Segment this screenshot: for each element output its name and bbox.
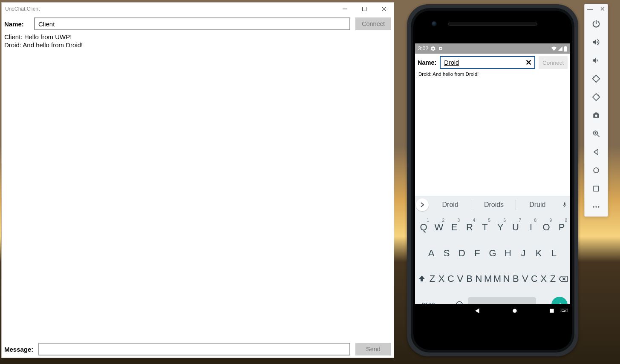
key-q[interactable]: Q1 (416, 218, 431, 237)
suggestion-row: Droid Droids Druid (415, 196, 570, 214)
overview-button[interactable] (585, 180, 608, 198)
home-button[interactable] (585, 161, 608, 180)
key-h[interactable]: H (500, 244, 516, 263)
message-input[interactable] (38, 343, 350, 355)
connect-button[interactable]: Connect (355, 17, 391, 30)
volume-up-button[interactable] (585, 33, 608, 51)
rotate-left-button[interactable] (585, 69, 608, 88)
nav-overview-button[interactable] (549, 308, 555, 315)
minimize-button[interactable] (335, 3, 355, 15)
svg-point-37 (593, 206, 594, 208)
svg-point-30 (595, 115, 597, 117)
more-button[interactable] (585, 198, 608, 216)
debug-icon (438, 46, 443, 51)
key-n[interactable]: N (502, 269, 511, 289)
toolbar-close-button[interactable]: ✕ (600, 7, 605, 11)
volume-down-button[interactable] (585, 51, 608, 69)
key-x[interactable]: X (437, 269, 446, 289)
key-c[interactable]: C (530, 269, 539, 289)
svg-rect-6 (564, 46, 567, 52)
name-input[interactable] (34, 17, 350, 30)
key-row: ASDFGHJKL (416, 244, 569, 263)
shift-key[interactable] (416, 269, 428, 289)
key-b[interactable]: B (511, 269, 521, 289)
key-o[interactable]: O9 (539, 218, 554, 237)
key-g[interactable]: G (485, 244, 500, 263)
suggestion[interactable]: Druid (516, 201, 559, 209)
key-n[interactable]: N (474, 269, 483, 289)
mic-icon[interactable] (559, 201, 570, 209)
key-a[interactable]: A (424, 244, 439, 263)
uwp-window-title: UnoChat.Client (5, 6, 40, 12)
android-screen: 3:02 Name: ✕ Connect Droid: And hello fr… (415, 43, 570, 319)
suggestion[interactable]: Droid (429, 201, 472, 209)
key-w[interactable]: W2 (431, 218, 447, 237)
toolbar-minimize-button[interactable]: — (587, 7, 593, 11)
android-statusbar: 3:02 (415, 43, 570, 54)
maximize-button[interactable] (355, 3, 374, 15)
svg-rect-16 (550, 309, 554, 312)
key-l[interactable]: L (546, 244, 562, 263)
key-t[interactable]: T5 (477, 218, 493, 237)
back-button[interactable] (585, 143, 608, 161)
uwp-message-list: Client: Hello from UWP! Droid: And hello… (2, 32, 394, 341)
toolbar-header: — ✕ (585, 6, 608, 14)
key-d[interactable]: D (454, 244, 470, 263)
power-button[interactable] (585, 14, 608, 33)
svg-point-38 (595, 206, 597, 208)
key-v[interactable]: V (520, 269, 530, 289)
key-s[interactable]: S (439, 244, 454, 263)
key-k[interactable]: K (531, 244, 546, 263)
suggestion[interactable]: Droids (472, 201, 515, 209)
key-u[interactable]: U7 (508, 218, 523, 237)
name-label: Name: (418, 59, 436, 66)
uwp-titlebar[interactable]: UnoChat.Client (2, 3, 394, 15)
send-button[interactable]: Send (355, 343, 391, 355)
rotate-right-button[interactable] (585, 88, 608, 106)
keyboard-toggle-icon[interactable] (560, 308, 568, 315)
key-y[interactable]: Y6 (493, 218, 508, 237)
key-z[interactable]: Z (548, 269, 558, 289)
nav-back-button[interactable] (474, 307, 481, 316)
key-b[interactable]: B (465, 269, 474, 289)
close-button[interactable] (374, 3, 394, 15)
key-f[interactable]: F (470, 244, 485, 263)
android-keyboard: Droid Droids Druid Q1W2E3R4T5Y6U7I8O9P0 … (415, 196, 570, 319)
backspace-key[interactable] (557, 269, 569, 289)
nav-home-button[interactable] (511, 307, 518, 316)
key-v[interactable]: V (456, 269, 465, 289)
svg-rect-7 (565, 46, 566, 46)
uwp-window-buttons (335, 3, 394, 15)
svg-point-21 (565, 310, 565, 310)
key-j[interactable]: J (516, 244, 531, 263)
key-row: ZXCVBNMMNBVCXZ (416, 269, 569, 289)
key-m[interactable]: M (483, 269, 493, 289)
key-p[interactable]: P0 (554, 218, 569, 237)
name-input[interactable] (443, 59, 525, 66)
camera-button[interactable] (585, 106, 608, 124)
zoom-button[interactable] (585, 125, 608, 143)
key-z[interactable]: Z (428, 269, 437, 289)
svg-point-18 (561, 310, 561, 310)
key-i[interactable]: I8 (523, 218, 539, 237)
battery-icon (564, 46, 567, 52)
key-e[interactable]: E3 (447, 218, 462, 237)
svg-rect-27 (562, 311, 565, 312)
key-r[interactable]: R4 (462, 218, 477, 237)
svg-line-32 (597, 135, 600, 137)
svg-rect-5 (440, 48, 441, 49)
key-m[interactable]: M (493, 269, 502, 289)
svg-rect-1 (363, 7, 366, 11)
name-input-wrap[interactable]: ✕ (440, 56, 535, 69)
chevron-right-icon[interactable] (416, 198, 429, 211)
key-c[interactable]: C (446, 269, 456, 289)
wifi-icon (551, 46, 557, 51)
clear-icon[interactable]: ✕ (525, 58, 532, 67)
key-x[interactable]: X (539, 269, 548, 289)
connect-button[interactable]: Connect (539, 56, 568, 69)
svg-point-26 (565, 310, 566, 311)
svg-point-19 (562, 310, 562, 310)
uwp-message-row: Message: Send (2, 341, 394, 358)
android-name-row: Name: ✕ Connect (415, 54, 570, 72)
gear-icon (430, 46, 436, 52)
